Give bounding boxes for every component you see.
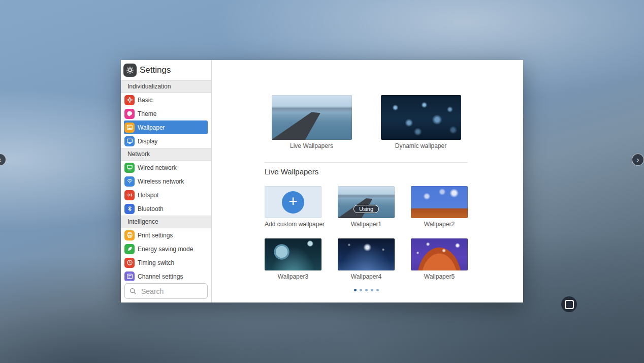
settings-window: Settings Individualization Basic Theme [121,60,523,302]
add-custom-wallpaper-thumb[interactable]: + [265,186,321,218]
pagination-dot[interactable] [360,289,362,291]
sidebar-item-label: Wallpaper [138,124,165,131]
clock-icon [124,258,135,268]
sidebar-item-wired-network[interactable]: Wired network [121,161,211,174]
chevron-right-icon: › [637,156,639,164]
live-wallpapers-option[interactable]: Live Wallpapers [272,95,352,149]
wallpaper3-item[interactable]: Wallpaper3 [265,238,321,280]
sidebar-item-wallpaper[interactable]: Wallpaper [124,120,208,134]
dynamic-wallpaper-option[interactable]: Dynamic wallpaper [381,95,461,149]
sidebar-item-label: Hotspot [138,192,158,199]
add-custom-wallpaper-item[interactable]: + Add custom wallpaper [265,186,321,228]
section-individualization: Individualization [121,80,211,93]
wallpaper5-thumb[interactable] [411,238,468,270]
wallpaper-item-label: Wallpaper1 [338,221,395,228]
settings-title: Settings [140,65,171,75]
dynamic-wallpaper-preview[interactable] [381,95,461,140]
section-network: Network [121,148,211,161]
wallpaper4-thumb[interactable] [338,238,395,270]
sidebar-item-label: Print settings [138,232,173,239]
pagination-dot[interactable] [354,289,357,291]
using-badge: Using [353,205,379,213]
sidebar-item-timing-switch[interactable]: Timing switch [121,256,211,269]
sidebar-item-bluetooth[interactable]: Bluetooth [121,202,211,216]
chevron-left-icon: ‹ [0,156,2,164]
sidebar-item-energy-saving[interactable]: Energy saving mode [121,242,211,256]
section-divider [265,162,468,163]
assistive-floating-button[interactable] [561,296,577,312]
channel-icon [124,271,135,281]
wallpaper-icon [124,123,135,133]
wallpaper-item-label: Wallpaper2 [411,221,468,228]
wallpaper-grid: + Add custom wallpaper Using Wallpaper1 … [265,186,468,280]
search-box[interactable] [124,283,208,299]
prev-page-edge-button[interactable]: ‹ [0,154,6,166]
section-intelligence: Intelligence [121,216,211,228]
leaf-icon [124,244,135,254]
sidebar-item-label: Theme [138,110,156,117]
wallpaper-type-row: Live Wallpapers Dynamic wallpaper [265,95,468,149]
basic-icon [124,95,135,105]
wallpaper2-item[interactable]: Wallpaper2 [411,186,468,228]
sidebar-item-label: Channel settings [138,273,183,280]
dynamic-wallpaper-option-label: Dynamic wallpaper [381,142,461,149]
wallpaper1-item[interactable]: Using Wallpaper1 [338,186,395,228]
wired-network-icon [124,163,135,173]
wallpaper3-thumb[interactable] [265,238,321,270]
sidebar-item-label: Bluetooth [138,205,164,213]
wallpaper-settings-panel: Live Wallpapers Dynamic wallpaper Live W… [212,60,523,302]
sidebar-item-label: Energy saving mode [138,246,193,253]
theme-icon [124,109,135,119]
live-wallpapers-heading: Live Wallpapers [265,167,468,176]
sidebar-item-label: Wired network [138,164,177,171]
wallpaper-item-label: Add custom wallpaper [265,221,321,228]
wallpaper5-item[interactable]: Wallpaper5 [411,238,468,280]
live-wallpapers-option-label: Live Wallpapers [272,142,352,149]
pagination-dot[interactable] [371,289,373,291]
sidebar-item-label: Wireless network [138,178,184,185]
next-page-edge-button[interactable]: › [632,154,644,166]
desktop-background: Settings Individualization Basic Theme [0,0,644,363]
sidebar-item-label: Basic [138,97,152,104]
pagination-dot[interactable] [376,289,379,291]
sidebar-item-print-settings[interactable]: Print settings [121,228,211,242]
rounded-square-icon [565,300,574,309]
sidebar-item-channel-settings[interactable]: Channel settings [121,269,211,281]
sidebar-item-label: Timing switch [138,259,174,266]
sidebar-item-display[interactable]: Display [121,134,211,148]
search-input[interactable] [140,287,203,296]
wallpaper4-item[interactable]: Wallpaper4 [338,238,395,280]
settings-sidebar: Settings Individualization Basic Theme [121,60,212,302]
wallpaper-item-label: Wallpaper3 [265,273,321,280]
wallpaper-item-label: Wallpaper4 [338,273,395,280]
sidebar-item-label: Display [138,138,157,145]
sidebar-item-wireless-network[interactable]: Wireless network [121,174,211,188]
wallpaper2-thumb[interactable] [411,186,468,218]
bluetooth-icon [124,204,135,214]
live-wallpapers-preview[interactable] [272,95,352,140]
plus-icon[interactable]: + [282,191,304,214]
search-icon [129,287,137,295]
wallpaper1-thumb[interactable]: Using [338,186,395,218]
sidebar-item-basic[interactable]: Basic [121,93,211,107]
wallpaper-item-label: Wallpaper5 [411,273,468,280]
wifi-icon [124,176,135,187]
sidebar-list: Individualization Basic Theme [121,80,211,281]
printer-icon [124,230,135,240]
settings-header: Settings [121,60,211,80]
pagination-dot[interactable] [365,289,368,291]
hotspot-icon [124,190,135,200]
pagination-dots [265,289,468,291]
sidebar-item-theme[interactable]: Theme [121,107,211,120]
settings-gear-icon [123,64,137,77]
sidebar-item-hotspot[interactable]: Hotspot [121,188,211,202]
display-icon [124,136,135,146]
